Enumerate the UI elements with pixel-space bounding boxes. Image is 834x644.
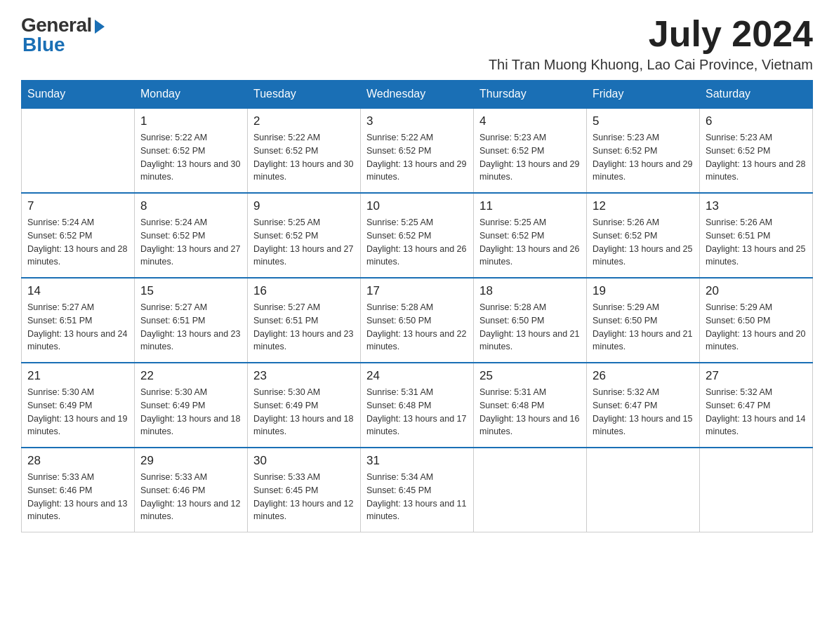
weekday-header-wednesday: Wednesday	[361, 81, 474, 109]
calendar-cell: 1Sunrise: 5:22 AMSunset: 6:52 PMDaylight…	[135, 108, 248, 193]
calendar-week-row: 28Sunrise: 5:33 AMSunset: 6:46 PMDayligh…	[22, 448, 813, 532]
weekday-header-friday: Friday	[587, 81, 700, 109]
day-number: 18	[479, 284, 581, 298]
calendar-cell: 11Sunrise: 5:25 AMSunset: 6:52 PMDayligh…	[474, 193, 587, 278]
calendar-cell: 3Sunrise: 5:22 AMSunset: 6:52 PMDaylight…	[361, 108, 474, 193]
calendar-cell: 22Sunrise: 5:30 AMSunset: 6:49 PMDayligh…	[135, 363, 248, 448]
day-info: Sunrise: 5:24 AMSunset: 6:52 PMDaylight:…	[140, 216, 241, 269]
calendar-cell: 25Sunrise: 5:31 AMSunset: 6:48 PMDayligh…	[474, 363, 587, 448]
day-info: Sunrise: 5:32 AMSunset: 6:47 PMDaylight:…	[706, 386, 807, 438]
weekday-header-thursday: Thursday	[474, 81, 587, 109]
calendar-cell: 23Sunrise: 5:30 AMSunset: 6:49 PMDayligh…	[248, 363, 361, 448]
day-number: 8	[140, 199, 241, 213]
logo: General Blue	[21, 14, 105, 56]
day-info: Sunrise: 5:25 AMSunset: 6:52 PMDaylight:…	[253, 216, 355, 269]
day-info: Sunrise: 5:31 AMSunset: 6:48 PMDaylight:…	[366, 386, 468, 438]
day-number: 31	[366, 454, 468, 468]
day-info: Sunrise: 5:30 AMSunset: 6:49 PMDaylight:…	[140, 386, 241, 438]
weekday-header-row: SundayMondayTuesdayWednesdayThursdayFrid…	[22, 81, 813, 109]
day-number: 22	[140, 369, 241, 383]
day-number: 5	[593, 114, 694, 128]
calendar-cell: 4Sunrise: 5:23 AMSunset: 6:52 PMDaylight…	[474, 108, 587, 193]
calendar-cell: 27Sunrise: 5:32 AMSunset: 6:47 PMDayligh…	[700, 363, 813, 448]
calendar-cell: 15Sunrise: 5:27 AMSunset: 6:51 PMDayligh…	[135, 278, 248, 363]
day-info: Sunrise: 5:25 AMSunset: 6:52 PMDaylight:…	[479, 216, 581, 269]
day-number: 30	[253, 454, 355, 468]
day-info: Sunrise: 5:23 AMSunset: 6:52 PMDaylight:…	[706, 131, 807, 184]
day-info: Sunrise: 5:22 AMSunset: 6:52 PMDaylight:…	[253, 131, 355, 184]
calendar-cell: 26Sunrise: 5:32 AMSunset: 6:47 PMDayligh…	[587, 363, 700, 448]
day-number: 23	[253, 369, 355, 383]
day-number: 17	[366, 284, 468, 298]
calendar-cell: 31Sunrise: 5:34 AMSunset: 6:45 PMDayligh…	[361, 448, 474, 532]
day-info: Sunrise: 5:28 AMSunset: 6:50 PMDaylight:…	[366, 301, 468, 354]
day-number: 21	[27, 369, 128, 383]
weekday-header-sunday: Sunday	[22, 81, 135, 109]
day-number: 2	[253, 114, 355, 128]
calendar-cell: 19Sunrise: 5:29 AMSunset: 6:50 PMDayligh…	[587, 278, 700, 363]
day-number: 25	[479, 369, 581, 383]
calendar-week-row: 7Sunrise: 5:24 AMSunset: 6:52 PMDaylight…	[22, 193, 813, 278]
calendar-cell: 21Sunrise: 5:30 AMSunset: 6:49 PMDayligh…	[22, 363, 135, 448]
calendar-cell: 28Sunrise: 5:33 AMSunset: 6:46 PMDayligh…	[22, 448, 135, 532]
calendar-week-row: 21Sunrise: 5:30 AMSunset: 6:49 PMDayligh…	[22, 363, 813, 448]
calendar-cell: 10Sunrise: 5:25 AMSunset: 6:52 PMDayligh…	[361, 193, 474, 278]
logo-blue-text: Blue	[22, 34, 65, 56]
day-info: Sunrise: 5:26 AMSunset: 6:51 PMDaylight:…	[706, 216, 807, 269]
day-info: Sunrise: 5:24 AMSunset: 6:52 PMDaylight:…	[27, 216, 128, 269]
logo-arrow-icon	[95, 20, 105, 34]
day-info: Sunrise: 5:29 AMSunset: 6:50 PMDaylight:…	[706, 301, 807, 354]
weekday-header-tuesday: Tuesday	[248, 81, 361, 109]
calendar-cell	[474, 448, 587, 532]
day-info: Sunrise: 5:27 AMSunset: 6:51 PMDaylight:…	[27, 301, 128, 354]
calendar-cell: 13Sunrise: 5:26 AMSunset: 6:51 PMDayligh…	[700, 193, 813, 278]
day-number: 27	[706, 369, 807, 383]
day-number: 15	[140, 284, 241, 298]
day-info: Sunrise: 5:22 AMSunset: 6:52 PMDaylight:…	[140, 131, 241, 184]
day-info: Sunrise: 5:32 AMSunset: 6:47 PMDaylight:…	[593, 386, 694, 438]
day-number: 6	[706, 114, 807, 128]
day-number: 13	[706, 199, 807, 213]
day-number: 10	[366, 199, 468, 213]
calendar-cell: 20Sunrise: 5:29 AMSunset: 6:50 PMDayligh…	[700, 278, 813, 363]
calendar-week-row: 14Sunrise: 5:27 AMSunset: 6:51 PMDayligh…	[22, 278, 813, 363]
day-info: Sunrise: 5:33 AMSunset: 6:46 PMDaylight:…	[140, 471, 241, 523]
day-info: Sunrise: 5:26 AMSunset: 6:52 PMDaylight:…	[593, 216, 694, 269]
calendar-cell: 6Sunrise: 5:23 AMSunset: 6:52 PMDaylight…	[700, 108, 813, 193]
calendar-cell: 24Sunrise: 5:31 AMSunset: 6:48 PMDayligh…	[361, 363, 474, 448]
day-info: Sunrise: 5:28 AMSunset: 6:50 PMDaylight:…	[479, 301, 581, 354]
day-info: Sunrise: 5:34 AMSunset: 6:45 PMDaylight:…	[366, 471, 468, 523]
calendar-cell: 8Sunrise: 5:24 AMSunset: 6:52 PMDaylight…	[135, 193, 248, 278]
calendar-cell	[700, 448, 813, 532]
day-number: 12	[593, 199, 694, 213]
calendar-week-row: 1Sunrise: 5:22 AMSunset: 6:52 PMDaylight…	[22, 108, 813, 193]
day-number: 11	[479, 199, 581, 213]
calendar-cell	[22, 108, 135, 193]
day-number: 26	[593, 369, 694, 383]
calendar-table: SundayMondayTuesdayWednesdayThursdayFrid…	[21, 80, 813, 532]
calendar-cell: 16Sunrise: 5:27 AMSunset: 6:51 PMDayligh…	[248, 278, 361, 363]
day-info: Sunrise: 5:23 AMSunset: 6:52 PMDaylight:…	[479, 131, 581, 184]
calendar-cell: 30Sunrise: 5:33 AMSunset: 6:45 PMDayligh…	[248, 448, 361, 532]
day-number: 20	[706, 284, 807, 298]
day-number: 19	[593, 284, 694, 298]
day-info: Sunrise: 5:27 AMSunset: 6:51 PMDaylight:…	[140, 301, 241, 354]
day-info: Sunrise: 5:27 AMSunset: 6:51 PMDaylight:…	[253, 301, 355, 354]
day-number: 14	[27, 284, 128, 298]
calendar-cell	[587, 448, 700, 532]
day-info: Sunrise: 5:33 AMSunset: 6:45 PMDaylight:…	[253, 471, 355, 523]
calendar-cell: 29Sunrise: 5:33 AMSunset: 6:46 PMDayligh…	[135, 448, 248, 532]
calendar-cell: 18Sunrise: 5:28 AMSunset: 6:50 PMDayligh…	[474, 278, 587, 363]
day-number: 16	[253, 284, 355, 298]
location-subtitle: Thi Tran Muong Khuong, Lao Cai Province,…	[489, 57, 813, 73]
day-info: Sunrise: 5:22 AMSunset: 6:52 PMDaylight:…	[366, 131, 468, 184]
calendar-cell: 5Sunrise: 5:23 AMSunset: 6:52 PMDaylight…	[587, 108, 700, 193]
day-info: Sunrise: 5:30 AMSunset: 6:49 PMDaylight:…	[253, 386, 355, 438]
day-info: Sunrise: 5:29 AMSunset: 6:50 PMDaylight:…	[593, 301, 694, 354]
calendar-cell: 14Sunrise: 5:27 AMSunset: 6:51 PMDayligh…	[22, 278, 135, 363]
page-header: General Blue July 2024 Thi Tran Muong Kh…	[21, 14, 813, 73]
calendar-cell: 2Sunrise: 5:22 AMSunset: 6:52 PMDaylight…	[248, 108, 361, 193]
day-info: Sunrise: 5:25 AMSunset: 6:52 PMDaylight:…	[366, 216, 468, 269]
weekday-header-monday: Monday	[135, 81, 248, 109]
day-number: 29	[140, 454, 241, 468]
